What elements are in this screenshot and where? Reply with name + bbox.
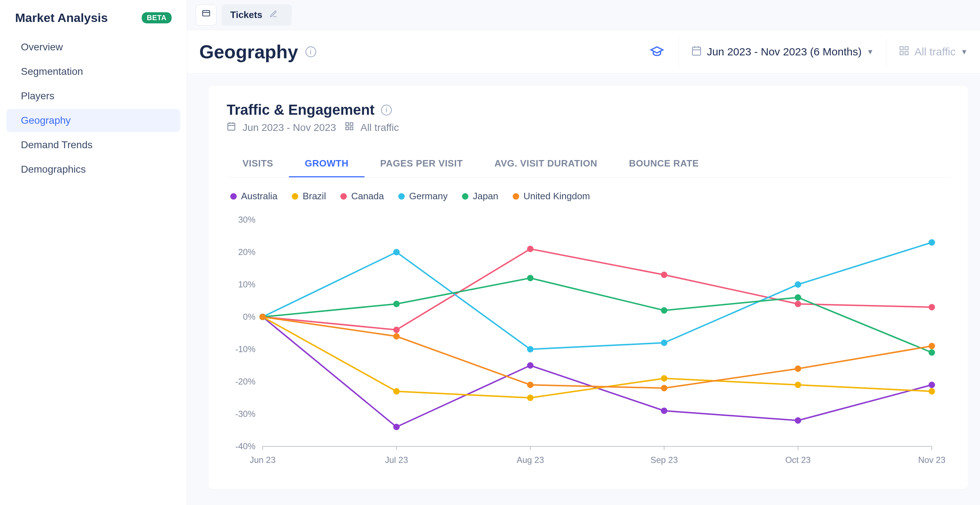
chevron-down-icon: ▼ bbox=[867, 48, 874, 56]
metric-tab-bounce-rate[interactable]: BOUNCE RATE bbox=[613, 151, 714, 177]
svg-point-46 bbox=[527, 395, 533, 401]
legend-item-japan[interactable]: Japan bbox=[462, 191, 498, 202]
date-range-label: Jun 2023 - Nov 2023 (6 Months) bbox=[707, 46, 862, 58]
svg-point-65 bbox=[661, 307, 667, 314]
calendar-icon bbox=[691, 45, 702, 59]
svg-point-66 bbox=[795, 294, 801, 301]
svg-text:20%: 20% bbox=[238, 247, 255, 257]
traffic-icon bbox=[899, 45, 910, 59]
nav-item-demographics[interactable]: Demographics bbox=[6, 158, 180, 181]
metric-tab-avg-visit-duration[interactable]: AVG. VISIT DURATION bbox=[479, 151, 613, 177]
edit-icon[interactable] bbox=[269, 10, 277, 20]
svg-point-59 bbox=[661, 340, 667, 346]
legend-item-australia[interactable]: Australia bbox=[230, 191, 277, 202]
sidebar: Market Analysis BETA OverviewSegmentatio… bbox=[0, 0, 187, 505]
metric-tabs: VISITSGROWTHPAGES PER VISITAVG. VISIT DU… bbox=[227, 151, 950, 178]
calendar-icon bbox=[227, 122, 236, 133]
svg-text:-20%: -20% bbox=[235, 376, 255, 386]
traffic-filter[interactable]: All traffic ▼ bbox=[886, 45, 980, 59]
legend-label: Germany bbox=[409, 191, 447, 202]
info-icon[interactable]: i bbox=[381, 105, 392, 116]
legend-label: Brazil bbox=[302, 191, 326, 202]
growth-chart: 30%20%10%0%-10%-20%-30%-40%Jun 23Jul 23A… bbox=[227, 213, 950, 473]
svg-rect-8 bbox=[900, 51, 903, 55]
svg-point-39 bbox=[393, 424, 400, 430]
new-workspace-button[interactable] bbox=[196, 5, 216, 25]
svg-point-45 bbox=[393, 388, 400, 395]
metric-tab-visits[interactable]: VISITS bbox=[227, 151, 289, 177]
svg-point-41 bbox=[661, 408, 667, 414]
svg-point-54 bbox=[795, 301, 801, 307]
nav-item-overview[interactable]: Overview bbox=[6, 36, 180, 59]
beta-badge: BETA bbox=[142, 12, 172, 23]
legend-item-united-kingdom[interactable]: United Kingdom bbox=[513, 191, 590, 202]
workspace-tab-label: Tickets bbox=[230, 10, 262, 21]
legend-label: Japan bbox=[473, 191, 498, 202]
workspace-tab-tickets[interactable]: Tickets bbox=[222, 4, 292, 25]
svg-point-73 bbox=[929, 343, 935, 349]
svg-text:Nov 23: Nov 23 bbox=[918, 455, 945, 465]
svg-rect-9 bbox=[228, 123, 235, 130]
metric-tab-pages-per-visit[interactable]: PAGES PER VISIT bbox=[364, 151, 479, 177]
svg-rect-14 bbox=[350, 123, 353, 125]
nav-item-players[interactable]: Players bbox=[6, 84, 180, 108]
svg-rect-6 bbox=[905, 46, 908, 50]
svg-point-40 bbox=[527, 362, 533, 369]
card-title: Traffic & Engagement bbox=[227, 102, 374, 118]
nav-item-segmentation[interactable]: Segmentation bbox=[6, 60, 180, 83]
svg-rect-15 bbox=[350, 127, 353, 130]
svg-point-53 bbox=[661, 272, 667, 278]
svg-point-72 bbox=[795, 365, 801, 372]
svg-text:30%: 30% bbox=[238, 215, 255, 224]
card-traffic-summary: All traffic bbox=[361, 122, 399, 133]
svg-rect-5 bbox=[900, 46, 903, 50]
date-range-filter[interactable]: Jun 2023 - Nov 2023 (6 Months) ▼ bbox=[679, 45, 886, 59]
nav-item-demand-trends[interactable]: Demand Trends bbox=[6, 133, 180, 156]
svg-rect-0 bbox=[202, 10, 210, 16]
svg-text:Aug 23: Aug 23 bbox=[517, 455, 544, 465]
svg-point-43 bbox=[929, 382, 935, 388]
svg-point-57 bbox=[393, 249, 400, 256]
academy-icon[interactable] bbox=[635, 44, 679, 60]
svg-rect-13 bbox=[346, 123, 348, 125]
page-title: Geography bbox=[199, 41, 298, 63]
svg-point-55 bbox=[929, 304, 935, 310]
svg-point-70 bbox=[527, 382, 533, 388]
legend-item-germany[interactable]: Germany bbox=[398, 191, 447, 202]
svg-point-51 bbox=[393, 327, 400, 333]
svg-point-52 bbox=[527, 246, 533, 252]
legend-item-brazil[interactable]: Brazil bbox=[292, 191, 326, 202]
svg-point-61 bbox=[929, 239, 935, 246]
legend-item-canada[interactable]: Canada bbox=[340, 191, 384, 202]
svg-text:10%: 10% bbox=[238, 279, 255, 289]
workspace-icon bbox=[202, 9, 211, 21]
svg-text:-30%: -30% bbox=[235, 409, 255, 419]
svg-text:0%: 0% bbox=[243, 312, 255, 322]
svg-point-48 bbox=[795, 382, 801, 388]
chevron-down-icon: ▼ bbox=[961, 48, 968, 56]
svg-point-69 bbox=[393, 333, 400, 340]
svg-point-58 bbox=[527, 346, 533, 353]
svg-point-64 bbox=[527, 275, 533, 281]
traffic-icon bbox=[345, 122, 354, 133]
info-icon[interactable]: i bbox=[305, 46, 316, 57]
metric-tab-growth[interactable]: GROWTH bbox=[289, 151, 364, 177]
nav-item-geography[interactable]: Geography bbox=[6, 109, 180, 132]
svg-text:Jul 23: Jul 23 bbox=[385, 455, 408, 465]
svg-point-68 bbox=[259, 314, 266, 320]
legend-label: United Kingdom bbox=[523, 191, 590, 202]
svg-point-42 bbox=[795, 417, 801, 424]
legend-dot bbox=[340, 193, 347, 200]
svg-text:Jun 23: Jun 23 bbox=[250, 455, 275, 465]
traffic-engagement-card: Traffic & Engagement i Jun 2023 - Nov 20… bbox=[208, 86, 968, 489]
svg-text:Sep 23: Sep 23 bbox=[651, 455, 678, 465]
app-title: Market Analysis bbox=[15, 11, 108, 25]
legend-dot bbox=[230, 193, 237, 200]
card-date-summary: Jun 2023 - Nov 2023 bbox=[242, 122, 336, 133]
svg-text:Oct 23: Oct 23 bbox=[785, 455, 811, 465]
svg-rect-1 bbox=[692, 47, 700, 56]
legend-dot bbox=[462, 193, 468, 200]
svg-text:-10%: -10% bbox=[235, 344, 255, 354]
legend-dot bbox=[292, 193, 298, 200]
svg-point-67 bbox=[929, 349, 935, 356]
